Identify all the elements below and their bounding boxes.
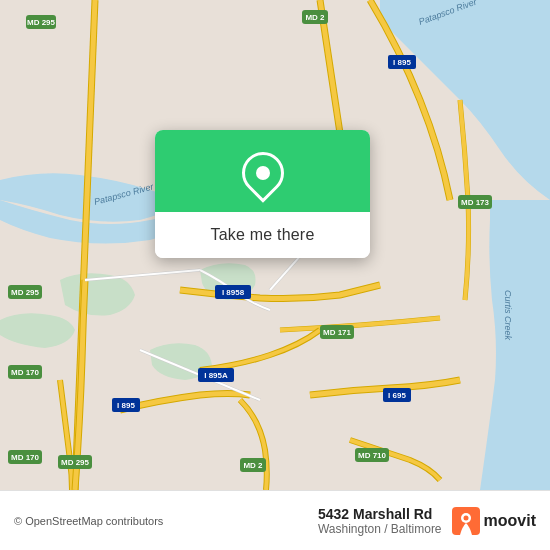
i695-label: I 695 bbox=[388, 391, 406, 400]
i8958-label: I 8958 bbox=[222, 288, 245, 297]
popup-card: Take me there bbox=[155, 130, 370, 258]
i895-top-label: I 895 bbox=[393, 58, 411, 67]
bottom-bar: © OpenStreetMap contributors 5432 Marsha… bbox=[0, 490, 550, 550]
md295-left-label: MD 295 bbox=[11, 288, 40, 297]
svg-point-13 bbox=[463, 515, 468, 520]
md295-bottom-label: MD 295 bbox=[61, 458, 90, 467]
moovit-text: moovit bbox=[484, 512, 536, 530]
location-pin-icon bbox=[242, 152, 284, 194]
md171-label: MD 171 bbox=[323, 328, 352, 337]
take-me-there-button[interactable]: Take me there bbox=[155, 212, 370, 258]
md2-bottom-label: MD 2 bbox=[243, 461, 263, 470]
address-main: 5432 Marshall Rd bbox=[318, 506, 442, 522]
address-city: Washington / Baltimore bbox=[318, 522, 442, 536]
moovit-logo-icon bbox=[452, 507, 480, 535]
md710-label: MD 710 bbox=[358, 451, 387, 460]
md2-top-label: MD 2 bbox=[305, 13, 325, 22]
i895a-label: I 895A bbox=[204, 371, 228, 380]
md170-bottom-label: MD 170 bbox=[11, 453, 40, 462]
attribution-text: © OpenStreetMap contributors bbox=[14, 515, 308, 527]
address-section: 5432 Marshall Rd Washington / Baltimore bbox=[318, 506, 442, 536]
md170-top-label: MD 170 bbox=[11, 368, 40, 377]
popup-green-header bbox=[155, 130, 370, 212]
map-container: Patapsco River Patapsco River Curtis Cre… bbox=[0, 0, 550, 490]
curtis-creek-label: Curtis Creek bbox=[503, 290, 513, 341]
md295-top-label: MD 295 bbox=[27, 18, 56, 27]
moovit-logo: moovit bbox=[452, 507, 536, 535]
md173-label: MD 173 bbox=[461, 198, 490, 207]
i895-bottom-label: I 895 bbox=[117, 401, 135, 410]
